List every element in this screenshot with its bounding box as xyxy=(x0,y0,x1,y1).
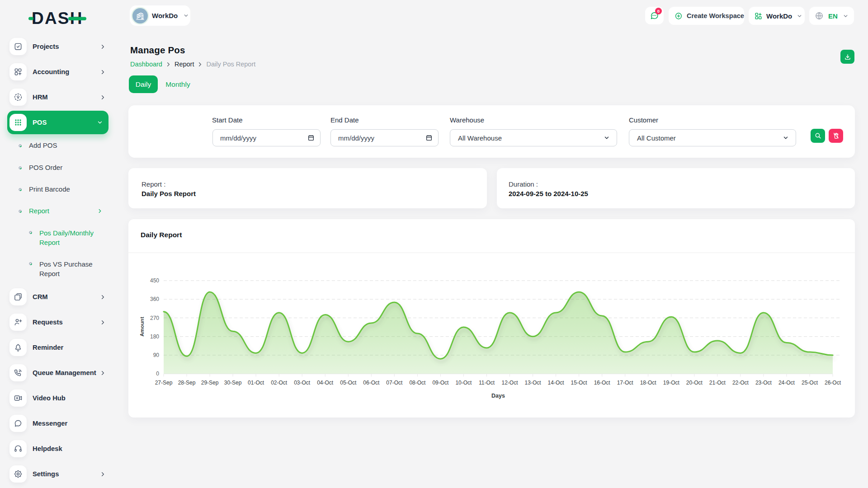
svg-text:04-Oct: 04-Oct xyxy=(317,380,334,386)
svg-text:02-Oct: 02-Oct xyxy=(271,380,288,386)
svg-text:13-Oct: 13-Oct xyxy=(525,380,542,386)
svg-text:06-Oct: 06-Oct xyxy=(363,380,380,386)
svg-text:11-Oct: 11-Oct xyxy=(479,380,495,386)
svg-text:08-Oct: 08-Oct xyxy=(409,380,426,386)
svg-text:05-Oct: 05-Oct xyxy=(340,380,357,386)
svg-text:23-Oct: 23-Oct xyxy=(755,380,772,386)
svg-text:12-Oct: 12-Oct xyxy=(501,380,518,386)
svg-text:10-Oct: 10-Oct xyxy=(455,380,472,386)
svg-text:270: 270 xyxy=(150,315,159,321)
svg-text:25-Oct: 25-Oct xyxy=(802,380,818,386)
svg-text:180: 180 xyxy=(150,333,159,340)
svg-text:20-Oct: 20-Oct xyxy=(686,380,703,386)
svg-text:24-Oct: 24-Oct xyxy=(778,380,795,386)
svg-text:21-Oct: 21-Oct xyxy=(709,380,726,386)
svg-text:27-Sep: 27-Sep xyxy=(155,380,173,386)
svg-text:360: 360 xyxy=(150,296,159,302)
svg-text:07-Oct: 07-Oct xyxy=(386,380,403,386)
svg-text:09-Oct: 09-Oct xyxy=(432,380,449,386)
svg-text:17-Oct: 17-Oct xyxy=(617,380,634,386)
svg-text:22-Oct: 22-Oct xyxy=(732,380,749,386)
svg-text:15-Oct: 15-Oct xyxy=(571,380,588,386)
svg-text:03-Oct: 03-Oct xyxy=(294,380,311,386)
svg-text:18-Oct: 18-Oct xyxy=(640,380,657,386)
svg-text:28-Sep: 28-Sep xyxy=(178,380,196,386)
svg-text:450: 450 xyxy=(150,277,159,284)
svg-text:30-Sep: 30-Sep xyxy=(224,380,242,386)
svg-text:19-Oct: 19-Oct xyxy=(663,380,680,386)
svg-text:16-Oct: 16-Oct xyxy=(594,380,611,386)
svg-text:90: 90 xyxy=(153,352,160,358)
svg-text:Days: Days xyxy=(491,393,505,399)
svg-text:29-Sep: 29-Sep xyxy=(201,380,219,386)
svg-text:14-Oct: 14-Oct xyxy=(548,380,565,386)
svg-text:0: 0 xyxy=(156,371,159,377)
svg-text:Amount: Amount xyxy=(139,317,145,337)
svg-text:01-Oct: 01-Oct xyxy=(248,380,264,386)
svg-text:26-Oct: 26-Oct xyxy=(825,380,841,386)
